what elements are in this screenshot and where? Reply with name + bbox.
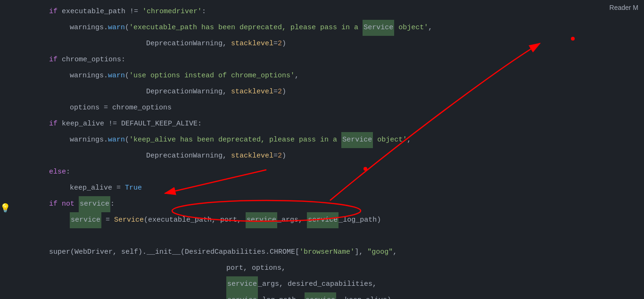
keyword-if: if [49, 4, 62, 20]
highlight-service-2: Service [341, 132, 373, 148]
highlight-var-service-6: service [226, 292, 258, 299]
str-chromedriver: 'chromedriver' [142, 4, 202, 20]
highlight-service-1: Service [363, 20, 394, 36]
str-deprecated-exec: 'executable_path has been deprecated, pl… [129, 20, 363, 36]
reader-mode-label: Reader M [610, 4, 638, 11]
code-line-5: warnings. warn ( 'use options instead of… [9, 68, 644, 84]
code-line-6: DeprecationWarning, stacklevel = 2 ) [9, 84, 644, 100]
code-line-16: super(WebDriver, self).__init__(DesiredC… [9, 244, 644, 260]
highlight-var-service-2: service [70, 212, 101, 228]
code-line-17: port, options, [9, 260, 644, 276]
bool-true: True [125, 180, 142, 196]
code-line-8: if keep_alive != DEFAULT_KEEP_ALIVE: [9, 116, 644, 132]
lightbulb-icon: 💡 [0, 203, 10, 213]
code-line-13: if not service : [9, 196, 644, 212]
code-container: if executable_path != 'chromedriver' : w… [0, 0, 644, 299]
code-line-14: service = Service (executable_path, port… [9, 212, 644, 228]
code-line-7: options = chrome_options [9, 100, 644, 116]
code-line-11: else : [9, 164, 644, 180]
code-line-15 [9, 228, 644, 244]
code-line-9: warnings. warn ( 'keep_alive has been de… [9, 132, 644, 148]
keyword-if-chrome: if [49, 52, 62, 68]
highlight-var-service-7: service [305, 292, 336, 299]
str-use-options: 'use options instead of chrome_options' [129, 68, 295, 84]
code-line-18: service _args, desired_capabilities, [9, 276, 644, 292]
highlight-var-service-4: service [307, 212, 339, 228]
highlight-var-service-5: service [226, 276, 258, 292]
code-line-3: DeprecationWarning, stacklevel = 2 ) [9, 36, 644, 52]
code-line-2: warnings. warn ( 'executable_path has be… [9, 20, 644, 36]
code-line-12: keep_alive = True [9, 180, 644, 196]
fn-warn-2: warn [108, 68, 125, 84]
fn-warn: warn [108, 20, 125, 36]
code-line-1: if executable_path != 'chromedriver' : [9, 4, 644, 20]
class-service: Service [114, 212, 144, 228]
code-line-10: DeprecationWarning, stacklevel = 2 ) [9, 148, 644, 164]
op-neq: != [130, 4, 138, 20]
param-stacklevel: stacklevel [231, 36, 273, 52]
highlight-var-service-3: service [246, 212, 277, 228]
code-line-19: service _log_path, service , keep_alive) [9, 292, 644, 299]
code-line-4: if chrome_options: [9, 52, 644, 68]
highlight-var-service-1: service [79, 196, 110, 212]
var-exec-path: executable_path [62, 4, 130, 20]
num-2-1: 2 [278, 36, 282, 52]
